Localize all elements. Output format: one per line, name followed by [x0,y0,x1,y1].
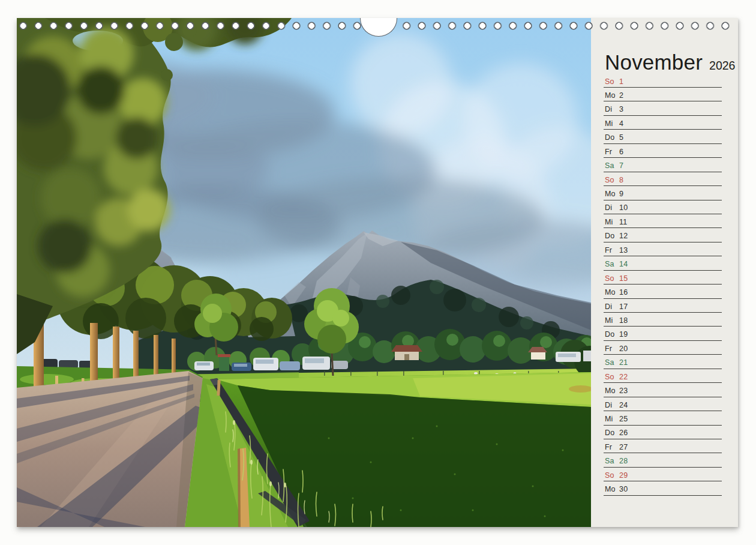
day-row: Fr 13 [604,242,722,256]
day-abbr: Sa [605,457,619,465]
month-title: November 2026 [605,50,735,74]
day-num: 12 [619,232,628,240]
day-row: Mi 18 [604,313,722,327]
day-abbr: Mi [605,415,619,423]
day-row: So 22 [604,369,722,383]
day-abbr: Mi [605,316,619,325]
day-num: 19 [619,330,628,339]
day-abbr: Fr [605,148,619,156]
day-num: 13 [619,246,628,254]
day-abbr: Di [605,105,619,113]
day-row: Fr 27 [604,439,722,453]
day-row: Sa 14 [604,256,722,270]
day-row: Mo 16 [604,285,722,298]
day-num: 5 [619,133,623,142]
year-label: 2026 [709,59,735,73]
day-num: 10 [619,203,628,212]
day-row: So 15 [604,271,722,285]
day-abbr: Fr [605,345,619,353]
day-row: Fr 6 [604,144,722,158]
day-abbr: Sa [605,358,619,367]
day-abbr: Mo [605,91,619,100]
planner-panel: November 2026 So 1 Mo 2 Di 3 Mi 4 Do 5 F… [591,18,738,527]
day-num: 1 [619,77,623,86]
day-abbr: Fr [605,246,619,254]
day-row: Mo 30 [604,481,722,495]
calendar-page: November 2026 So 1 Mo 2 Di 3 Mi 4 Do 5 F… [17,18,738,527]
day-num: 4 [619,119,623,128]
day-num: 8 [619,176,623,184]
day-num: 11 [619,218,627,226]
day-num: 9 [619,190,623,198]
day-num: 21 [619,358,628,367]
day-abbr: Di [605,203,619,212]
day-abbr: So [605,373,619,381]
day-abbr: Mi [605,218,619,226]
day-num: 7 [619,161,623,170]
day-num: 17 [619,303,628,311]
day-row: Di 24 [604,397,722,411]
day-abbr: Do [605,133,619,142]
day-row: Do 5 [604,130,722,143]
day-abbr: Mo [605,288,619,297]
binder-holes-right [399,20,733,31]
day-abbr: Fr [605,443,619,451]
day-row: Sa 7 [604,158,722,172]
day-num: 28 [619,457,628,465]
day-row: Mo 23 [604,383,722,397]
day-num: 24 [619,401,628,409]
day-abbr: Do [605,330,619,339]
day-row: Di 17 [604,299,722,313]
month-name: November [605,50,703,74]
day-num: 23 [619,387,628,395]
day-abbr: Di [605,401,619,409]
day-num: 30 [619,485,628,493]
binder-holes-left [16,20,365,31]
day-num: 14 [619,260,628,268]
day-row: Sa 21 [604,355,722,369]
day-row: Do 12 [604,228,722,242]
day-abbr: Sa [605,161,619,170]
day-row: Sa 28 [604,453,722,467]
day-abbr: So [605,274,619,283]
day-num: 18 [619,316,628,325]
day-abbr: Mo [605,485,619,493]
day-num: 3 [619,105,623,113]
day-num: 2 [619,91,623,100]
day-row: Do 19 [604,327,722,340]
day-row: Mi 11 [604,214,722,228]
day-abbr: So [605,471,619,480]
day-abbr: Mo [605,190,619,198]
day-num: 25 [619,415,628,423]
day-num: 6 [619,148,623,156]
day-num: 29 [619,471,628,480]
day-num: 26 [619,429,628,437]
day-num: 16 [619,288,628,297]
day-row: Fr 20 [604,341,722,355]
day-row: Mo 9 [604,186,722,200]
day-num: 27 [619,443,628,451]
day-row: So 8 [604,172,722,186]
day-abbr: Mo [605,387,619,395]
day-list: So 1 Mo 2 Di 3 Mi 4 Do 5 Fr 6 Sa 7 So 8 … [604,74,722,496]
day-abbr: Mi [605,119,619,128]
day-abbr: Di [605,303,619,311]
calendar-photo [17,18,591,527]
day-abbr: Sa [605,260,619,268]
day-num: 15 [619,274,628,283]
barn [391,345,422,360]
day-abbr: So [605,77,619,86]
landscape-photo-illustration [17,18,591,527]
day-abbr: So [605,176,619,184]
day-row: Mi 4 [604,116,722,130]
day-row: Di 3 [604,101,722,115]
day-row: Do 26 [604,426,722,439]
day-row: So 1 [604,74,722,88]
day-row: Mi 25 [604,411,722,425]
day-num: 20 [619,345,628,353]
day-row: Mo 2 [604,88,722,101]
day-row: Di 10 [604,200,722,214]
day-abbr: Do [605,232,619,240]
day-abbr: Do [605,429,619,437]
day-num: 22 [619,373,628,381]
